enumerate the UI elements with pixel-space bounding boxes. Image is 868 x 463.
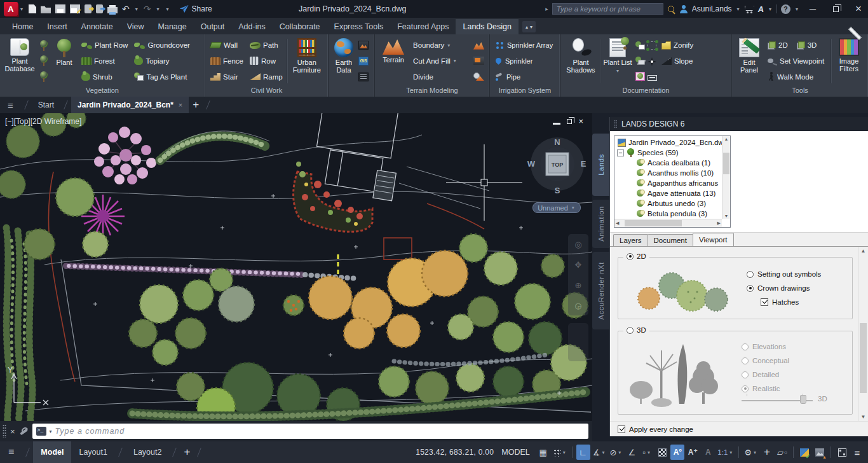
detail-slider[interactable] [742,394,813,404]
tree-item[interactable]: Agapanthus africanus [616,178,729,188]
drawing-status-icon[interactable] [797,445,811,460]
close-tab-icon[interactable]: × [179,101,182,109]
tab-collaborate[interactable]: Collaborate [273,19,327,34]
species-tree[interactable]: Jardin Privado_2024_Bcn.dwg Species (59)… [614,135,731,228]
command-customize-icon[interactable] [19,427,29,436]
tab-active-drawing[interactable]: Jardin Privado_2024_Bcn*× [71,97,189,113]
plant-database-button[interactable]: Plant Database [2,36,37,86]
isolate-objects-icon[interactable]: ▱○ [775,445,789,460]
tab-document[interactable]: Document [648,234,693,246]
tag-as-plant-button[interactable]: Tag As Plant [132,70,191,84]
transparency-icon[interactable] [655,445,669,460]
pipe-button[interactable]: Pipe [493,70,557,84]
forest-button[interactable]: Forest [79,54,130,68]
tab-layout1[interactable]: Layout1 [71,441,114,463]
search-icon[interactable] [667,5,675,13]
command-grip-handle[interactable] [3,424,6,438]
help-dropdown-icon[interactable]: ▾ [796,6,798,12]
earth-data-button[interactable]: Earth Data [330,36,357,86]
tab-viewport[interactable]: Viewport [693,233,734,246]
viewcube-compass[interactable]: N E S W TOP [527,135,587,198]
polar-tracking-icon[interactable]: ∡▾ [592,445,607,460]
tab-insert[interactable]: Insert [40,19,74,34]
tree-item[interactable]: Betula pendula (3) [616,209,729,219]
slider-thumb[interactable] [800,395,806,404]
new-file-icon[interactable] [29,4,36,13]
tab-model[interactable]: Model [33,441,71,463]
radio-realistic[interactable]: Realistic [742,385,827,392]
command-input[interactable] [55,427,585,436]
minimize-button[interactable]: ─ [803,0,822,18]
shrub-button[interactable]: Shrub [79,70,130,84]
zoom-icon[interactable]: ⊕ [575,280,582,290]
boundary-dropdown-icon[interactable]: ▾ [447,43,450,48]
plant-frame-icon[interactable] [635,72,645,81]
layout-menu-icon[interactable]: ≡ [0,446,22,458]
close-button[interactable]: × [849,0,868,18]
app-store-cart-icon[interactable] [745,5,754,13]
apply-every-change-row[interactable]: Apply every change [610,421,868,436]
open-file-icon[interactable] [41,4,51,13]
topiary-button[interactable]: Topiary [132,54,191,68]
plant-replace-icon[interactable] [39,71,49,82]
cut-and-fill-dropdown-icon[interactable]: ▾ [454,58,456,64]
radio-setting-out-symbols[interactable]: Setting out symbols [747,270,821,278]
urban-furniture-button[interactable]: Urban Furniture [288,36,326,86]
annotation-scale-value[interactable]: 1:1▾ [716,445,735,460]
pan-icon[interactable]: ✥ [575,260,582,270]
radio-elevations[interactable]: Elevations [742,343,827,350]
annotation-visibility-icon[interactable]: Ao [670,445,684,460]
tab-layout2[interactable]: Layout2 [126,441,169,463]
terrain-button[interactable]: Terrain [377,36,410,86]
command-close-icon[interactable]: × [10,427,15,436]
stair-button[interactable]: Stair [208,70,245,84]
help-icon[interactable]: ? [781,4,790,14]
panel-label-vegetation[interactable]: Vegetation [0,86,205,97]
plot-icon[interactable] [107,7,118,13]
tab-express-tools[interactable]: Express Tools [327,19,391,34]
grid-toggle-icon[interactable]: ▦ [536,445,550,460]
user-dropdown-icon[interactable]: ▾ [737,6,740,12]
cut-and-fill-button[interactable]: Cut And Fill▾ [411,54,486,68]
radio-2d[interactable] [627,253,634,260]
row-button[interactable]: Row [248,54,285,68]
edit-panel-button[interactable]: Edit Panel [734,36,764,86]
divide-button[interactable]: Divide [411,70,486,84]
signed-in-user[interactable]: AsuniLands [692,4,732,13]
autodesk-dropdown-icon[interactable]: ▾ [769,6,771,12]
tree-species-group[interactable]: Species (59) [616,148,729,158]
drawing-viewport[interactable]: [−][Top][2D Wireframe] × [0,113,592,421]
gis-import-icon[interactable]: GIS [358,57,369,66]
collapse-icon[interactable] [617,149,624,156]
boundary-button[interactable]: Boundary▾ [411,38,486,52]
save-icon[interactable] [55,4,65,13]
side-tab-accurender[interactable]: AccuRender nXt [592,252,609,329]
annotation-monitor-icon[interactable]: + [760,445,774,460]
customize-status-icon[interactable]: ≡ [850,445,864,460]
plant-shadows-button[interactable]: Plant Shadows [562,36,599,86]
plant-list-dropdown-icon[interactable]: ▾ [616,67,619,75]
graphics-performance-icon[interactable] [813,445,827,460]
sprinkler-array-button[interactable]: Sprinkler Array [493,38,557,52]
wall-button[interactable]: Wall [208,38,245,52]
viewport-controls[interactable]: [−][Top][2D Wireframe] [5,117,81,126]
plant-label-icon[interactable] [635,41,645,50]
tree-item[interactable]: Agave attenuata (13) [616,188,729,198]
plant-row-button[interactable]: Plant Row [79,38,130,52]
fence-button[interactable]: Fence [208,54,245,68]
annotation-scale-icon[interactable]: A [701,445,715,460]
autodesk-logo-icon[interactable]: A [757,4,764,14]
named-view-dropdown[interactable]: Unnamed▾ [532,202,581,213]
search-expand-icon[interactable]: ▸ [545,6,548,12]
navigation-bar[interactable]: ◎ ✥ ⊕ ◶ [568,234,588,315]
undo-icon[interactable]: ↶ [122,4,130,13]
share-button[interactable]: Share [180,4,212,13]
tree-item[interactable]: Arbutus unedo (3) [616,198,729,209]
tree-item[interactable]: Acacia dealbata (1) [616,158,729,168]
ortho-mode-icon[interactable]: ∟ [576,445,590,460]
tree-root-item[interactable]: Jardin Privado_2024_Bcn.dwg [616,137,729,148]
tab-start[interactable]: Start [32,97,60,113]
panel-header[interactable]: LANDS DESIGN 6 [610,117,868,131]
recent-commands-icon[interactable]: ▾ [50,429,52,434]
label-frame-icon[interactable] [648,75,657,81]
